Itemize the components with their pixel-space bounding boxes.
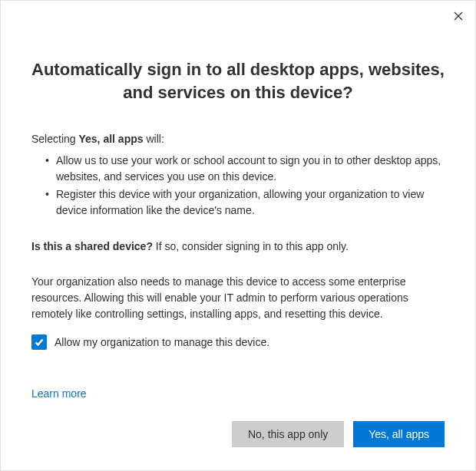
bullet-item: Allow us to use your work or school acco… — [45, 153, 445, 185]
close-icon — [454, 12, 463, 21]
bullet-list: Allow us to use your work or school acco… — [31, 153, 445, 219]
manage-device-label[interactable]: Allow my organization to manage this dev… — [55, 336, 269, 348]
close-button[interactable] — [449, 7, 468, 25]
shared-device-text: Is this a shared device? If so, consider… — [31, 240, 445, 252]
learn-more-link[interactable]: Learn more — [31, 387, 87, 400]
organization-text: Your organization also needs to manage t… — [31, 274, 445, 322]
bullet-item: Register this device with your organizat… — [45, 186, 445, 219]
intro-prefix: Selecting — [31, 133, 78, 145]
shared-rest: If so, consider signing in to this app o… — [153, 240, 349, 252]
intro-suffix: will: — [144, 133, 164, 145]
manage-device-checkbox[interactable] — [31, 334, 47, 350]
no-this-app-only-button[interactable]: No, this app only — [232, 421, 344, 447]
intro-text: Selecting Yes, all apps will: — [31, 133, 445, 145]
dialog-title: Automatically sign in to all desktop app… — [31, 58, 445, 104]
dialog-buttons: No, this app only Yes, all apps — [232, 421, 445, 447]
intro-bold: Yes, all apps — [78, 133, 143, 145]
shared-bold: Is this a shared device? — [31, 240, 153, 252]
signin-dialog: Automatically sign in to all desktop app… — [0, 0, 476, 471]
checkmark-icon — [34, 337, 45, 347]
yes-all-apps-button[interactable]: Yes, all apps — [353, 421, 445, 447]
manage-device-checkbox-row: Allow my organization to manage this dev… — [31, 334, 445, 350]
